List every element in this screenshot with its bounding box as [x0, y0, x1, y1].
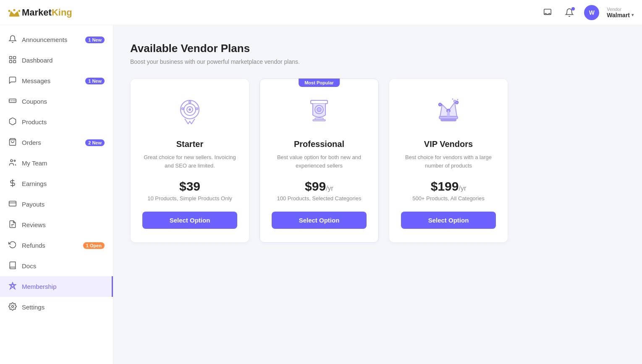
user-name-label: Walmart ▾: [607, 12, 634, 18]
sidebar-item-reviews[interactable]: Reviews: [0, 215, 113, 235]
svg-marker-0: [9, 11, 19, 16]
sidebar-label-payouts: Payouts: [22, 201, 45, 208]
svg-point-25: [189, 108, 191, 111]
products-icon: [8, 117, 17, 127]
sidebar-item-coupons[interactable]: Coupons: [0, 91, 113, 112]
plan-desc-starter: Great choice for new sellers. Invoicing …: [142, 153, 237, 171]
sidebar-badge-announcements: 1 New: [85, 37, 105, 43]
sidebar-label-settings: Settings: [22, 304, 45, 311]
svg-rect-35: [441, 119, 456, 121]
sidebar-item-earnings[interactable]: Earnings: [0, 173, 113, 194]
bell-icon: [8, 35, 17, 45]
plan-products-vip: 500+ Products, All Categories: [412, 195, 485, 202]
select-btn-starter[interactable]: Select Option: [142, 212, 237, 229]
sidebar: Announcements1 NewDashboardMessages1 New…: [0, 25, 113, 364]
svg-rect-9: [13, 60, 16, 63]
orders-icon: [8, 138, 17, 147]
plan-products-starter: 10 Products, Simple Products Only: [147, 195, 232, 202]
avatar: W: [584, 5, 599, 20]
layout: Announcements1 NewDashboardMessages1 New…: [0, 25, 642, 364]
sidebar-badge-orders: 2 New: [85, 139, 105, 146]
svg-point-14: [14, 160, 15, 161]
chevron-down-icon: ▾: [632, 13, 634, 17]
chat-icon: [543, 8, 552, 17]
plan-desc-vip: Best choice for vendors with a large num…: [401, 153, 496, 171]
earnings-icon: [8, 179, 17, 189]
reviews-icon: [8, 220, 17, 230]
crown-icon: [8, 8, 20, 17]
payouts-icon: [8, 199, 17, 209]
sidebar-item-my-team[interactable]: My Team: [0, 153, 113, 173]
sidebar-item-messages[interactable]: Messages1 New: [0, 71, 113, 91]
svg-point-3: [18, 10, 21, 12]
svg-point-39: [454, 100, 456, 102]
sidebar-label-orders: Orders: [22, 139, 41, 146]
svg-rect-29: [311, 100, 328, 104]
plan-card-professional: Most Popular ProfessionalBest value opti…: [259, 79, 379, 243]
svg-point-31: [317, 107, 321, 112]
svg-point-28: [189, 101, 191, 103]
plan-products-professional: 100 Products, Selected Categories: [277, 195, 362, 202]
sidebar-label-docs: Docs: [22, 262, 36, 270]
plan-icon-professional: [300, 94, 338, 132]
docs-icon: [8, 261, 17, 271]
sidebar-badge-refunds: 1 Open: [83, 242, 105, 249]
sidebar-label-reviews: Reviews: [22, 221, 46, 228]
sidebar-label-my-team: My Team: [22, 160, 47, 167]
sidebar-item-orders[interactable]: Orders2 New: [0, 132, 113, 153]
header: MarketKing W Vendor Walmart ▾: [0, 0, 642, 25]
sidebar-item-dashboard[interactable]: Dashboard: [0, 50, 113, 71]
sidebar-label-refunds: Refunds: [22, 242, 45, 249]
svg-point-2: [13, 9, 16, 11]
svg-point-27: [196, 108, 198, 110]
svg-rect-16: [9, 201, 16, 206]
user-role-label: Vendor: [607, 7, 621, 12]
sidebar-item-products[interactable]: Products: [0, 112, 113, 132]
select-btn-vip[interactable]: Select Option: [401, 212, 496, 229]
sidebar-label-announcements: Announcements: [22, 36, 67, 43]
page-subtitle: Boost your business with our powerful ma…: [130, 58, 625, 65]
svg-marker-20: [10, 283, 16, 289]
plans-grid: StarterGreat choice for new sellers. Inv…: [130, 79, 508, 243]
svg-point-21: [12, 306, 14, 308]
sidebar-label-messages: Messages: [22, 77, 50, 84]
svg-point-36: [439, 103, 442, 106]
sidebar-label-dashboard: Dashboard: [22, 57, 52, 64]
svg-point-26: [182, 108, 184, 110]
svg-rect-6: [10, 57, 12, 59]
plan-icon-starter: [171, 94, 209, 132]
chat-icon-btn[interactable]: [540, 5, 555, 20]
plan-icon-vip: [430, 94, 467, 132]
logo-market-text: Market: [22, 7, 52, 18]
team-icon: [8, 158, 17, 168]
svg-rect-33: [313, 120, 325, 121]
sidebar-item-membership[interactable]: Membership: [0, 276, 113, 297]
plan-price-starter: $39: [179, 179, 200, 194]
notification-icon-btn[interactable]: [562, 5, 576, 20]
svg-point-1: [8, 10, 10, 12]
plan-name-professional: Professional: [294, 139, 344, 149]
sidebar-label-earnings: Earnings: [22, 180, 47, 187]
settings-icon: [8, 302, 17, 312]
select-btn-professional[interactable]: Select Option: [272, 212, 367, 229]
sidebar-badge-messages: 1 New: [85, 78, 105, 84]
plan-name-vip: VIP Vendors: [424, 139, 473, 149]
logo[interactable]: MarketKing: [8, 7, 72, 18]
sidebar-label-membership: Membership: [22, 283, 57, 290]
sidebar-item-settings[interactable]: Settings: [0, 297, 113, 317]
svg-rect-7: [13, 57, 16, 59]
sidebar-label-coupons: Coupons: [22, 98, 47, 105]
most-popular-badge: Most Popular: [299, 79, 340, 87]
page-title: Available Vendor Plans: [130, 42, 625, 55]
plan-price-vip: $199/yr: [431, 179, 466, 194]
plan-desc-professional: Best value option for both new and exper…: [272, 153, 367, 171]
sidebar-item-payouts[interactable]: Payouts: [0, 194, 113, 215]
user-info: Vendor Walmart ▾: [607, 7, 634, 18]
svg-rect-4: [9, 16, 19, 17]
membership-icon: [8, 282, 17, 291]
sidebar-item-announcements[interactable]: Announcements1 New: [0, 29, 113, 50]
svg-rect-8: [10, 60, 12, 63]
sidebar-item-docs[interactable]: Docs: [0, 256, 113, 276]
sidebar-item-refunds[interactable]: Refunds1 Open: [0, 235, 113, 256]
coupon-icon: [8, 97, 17, 106]
